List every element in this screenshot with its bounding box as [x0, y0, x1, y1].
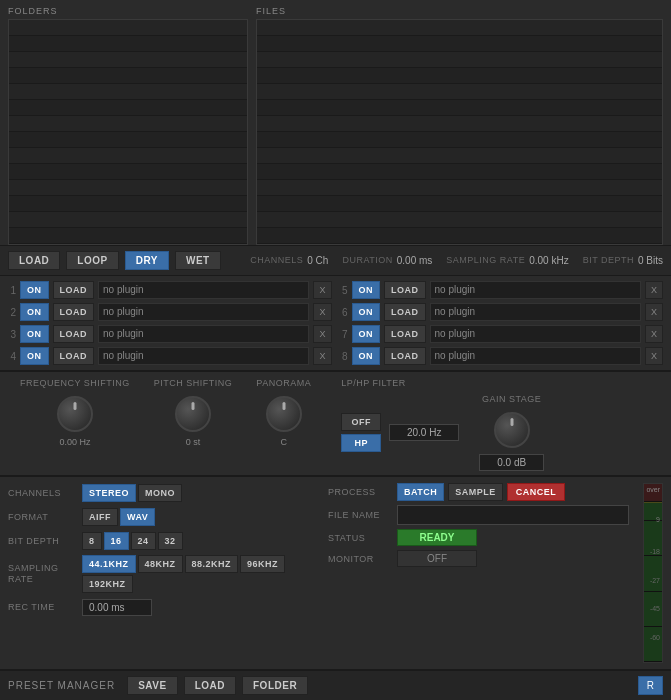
- folders-list[interactable]: [8, 19, 248, 245]
- plugin-on-1[interactable]: ON: [20, 281, 49, 299]
- file-row[interactable]: [257, 164, 662, 180]
- plugin-load-3[interactable]: LOAD: [53, 325, 95, 343]
- plugin-on-6[interactable]: ON: [352, 303, 381, 321]
- folder-row[interactable]: [9, 180, 247, 196]
- wav-button[interactable]: WAV: [120, 508, 155, 526]
- plugin-load-7[interactable]: LOAD: [384, 325, 426, 343]
- file-row[interactable]: [257, 68, 662, 84]
- sr48-button[interactable]: 48kHz: [138, 555, 183, 573]
- file-row[interactable]: [257, 132, 662, 148]
- preset-load-button[interactable]: LOAD: [184, 676, 236, 695]
- effects-section: FREQUENCY SHIFTING 0.00 Hz PITCH SHIFTIN…: [0, 371, 671, 475]
- preset-arrow-button[interactable]: R: [638, 676, 663, 695]
- folder-row[interactable]: [9, 212, 247, 228]
- bd8-button[interactable]: 8: [82, 532, 102, 550]
- batch-button[interactable]: BATCH: [397, 483, 444, 501]
- folder-row[interactable]: [9, 116, 247, 132]
- wet-button[interactable]: WET: [175, 251, 221, 270]
- file-row[interactable]: [257, 212, 662, 228]
- filter-hp-button[interactable]: HP: [341, 434, 381, 452]
- freq-shift-knob[interactable]: [55, 394, 95, 434]
- gain-knob[interactable]: [492, 410, 532, 450]
- plugin-x-8[interactable]: X: [645, 347, 663, 365]
- plugin-name-6: no plugin: [430, 303, 641, 321]
- sample-button[interactable]: SAMPLE: [448, 483, 503, 501]
- format-row: FORMAT AIFF WAV: [8, 507, 318, 527]
- plugin-on-3[interactable]: ON: [20, 325, 49, 343]
- preset-folder-button[interactable]: FOLDER: [242, 676, 308, 695]
- panorama-value: C: [281, 437, 288, 447]
- file-row[interactable]: [257, 20, 662, 36]
- plugin-load-1[interactable]: LOAD: [53, 281, 95, 299]
- folder-row[interactable]: [9, 228, 247, 244]
- sr882-button[interactable]: 88.2kHz: [185, 555, 239, 573]
- plugin-on-8[interactable]: ON: [352, 347, 381, 365]
- file-row[interactable]: [257, 148, 662, 164]
- sampling-btn-group: 44.1kHz 48kHz 88.2kHz 96kHz 192kHz: [82, 555, 318, 593]
- plugin-on-4[interactable]: ON: [20, 347, 49, 365]
- sr192-button[interactable]: 192kHz: [82, 575, 133, 593]
- folder-row[interactable]: [9, 68, 247, 84]
- plugin-x-6[interactable]: X: [645, 303, 663, 321]
- plugin-on-2[interactable]: ON: [20, 303, 49, 321]
- bd32-button[interactable]: 32: [158, 532, 183, 550]
- filter-off-button[interactable]: OFF: [341, 413, 381, 431]
- gain-block: GAIN STAGE 0.0 dB: [479, 394, 544, 471]
- plugin-x-5[interactable]: X: [645, 281, 663, 299]
- file-row[interactable]: [257, 100, 662, 116]
- file-row[interactable]: [257, 52, 662, 68]
- plugin-load-8[interactable]: LOAD: [384, 347, 426, 365]
- vu-27: [644, 556, 662, 591]
- plugin-x-1[interactable]: X: [313, 281, 331, 299]
- plugin-load-6[interactable]: LOAD: [384, 303, 426, 321]
- file-row[interactable]: [257, 228, 662, 244]
- pitch-shift-knob[interactable]: [173, 394, 213, 434]
- rectime-input[interactable]: [82, 599, 152, 616]
- folder-row[interactable]: [9, 84, 247, 100]
- plugin-load-5[interactable]: LOAD: [384, 281, 426, 299]
- sr96-button[interactable]: 96kHz: [240, 555, 285, 573]
- mono-button[interactable]: MONO: [138, 484, 182, 502]
- loop-button[interactable]: LOOP: [66, 251, 118, 270]
- aiff-button[interactable]: AIFF: [82, 508, 118, 526]
- file-row[interactable]: [257, 84, 662, 100]
- preset-label: PRESET MANAGER: [8, 680, 115, 691]
- file-row[interactable]: [257, 116, 662, 132]
- folder-row[interactable]: [9, 148, 247, 164]
- preset-save-button[interactable]: SAVE: [127, 676, 178, 695]
- vu-over-label: over: [646, 486, 660, 493]
- stereo-button[interactable]: STEREO: [82, 484, 136, 502]
- folder-row[interactable]: [9, 164, 247, 180]
- load-button[interactable]: LOAD: [8, 251, 60, 270]
- folder-row[interactable]: [9, 196, 247, 212]
- rectime-label: REC TIME: [8, 602, 78, 612]
- folder-row[interactable]: [9, 36, 247, 52]
- cancel-button[interactable]: CANCEL: [507, 483, 566, 501]
- filename-input[interactable]: [397, 505, 629, 525]
- file-row[interactable]: [257, 196, 662, 212]
- bd24-button[interactable]: 24: [131, 532, 156, 550]
- folder-row[interactable]: [9, 52, 247, 68]
- folder-row[interactable]: [9, 20, 247, 36]
- dry-button[interactable]: DRY: [125, 251, 169, 270]
- plugin-x-4[interactable]: X: [313, 347, 331, 365]
- plugin-load-2[interactable]: LOAD: [53, 303, 95, 321]
- monitor-value[interactable]: OFF: [397, 550, 477, 567]
- sr441-button[interactable]: 44.1kHz: [82, 555, 136, 573]
- file-row[interactable]: [257, 180, 662, 196]
- plugin-x-3[interactable]: X: [313, 325, 331, 343]
- files-list[interactable]: [256, 19, 663, 245]
- plugin-load-4[interactable]: LOAD: [53, 347, 95, 365]
- plugin-x-7[interactable]: X: [645, 325, 663, 343]
- folders-label: FOLDERS: [8, 6, 248, 16]
- folder-row[interactable]: [9, 132, 247, 148]
- panorama-knob[interactable]: [264, 394, 304, 434]
- file-row[interactable]: [257, 36, 662, 52]
- bd16-button[interactable]: 16: [104, 532, 129, 550]
- plugin-num-8: 8: [340, 351, 348, 362]
- plugin-on-5[interactable]: ON: [352, 281, 381, 299]
- vu-9-label: 9: [656, 516, 660, 523]
- folder-row[interactable]: [9, 100, 247, 116]
- plugin-x-2[interactable]: X: [313, 303, 331, 321]
- plugin-on-7[interactable]: ON: [352, 325, 381, 343]
